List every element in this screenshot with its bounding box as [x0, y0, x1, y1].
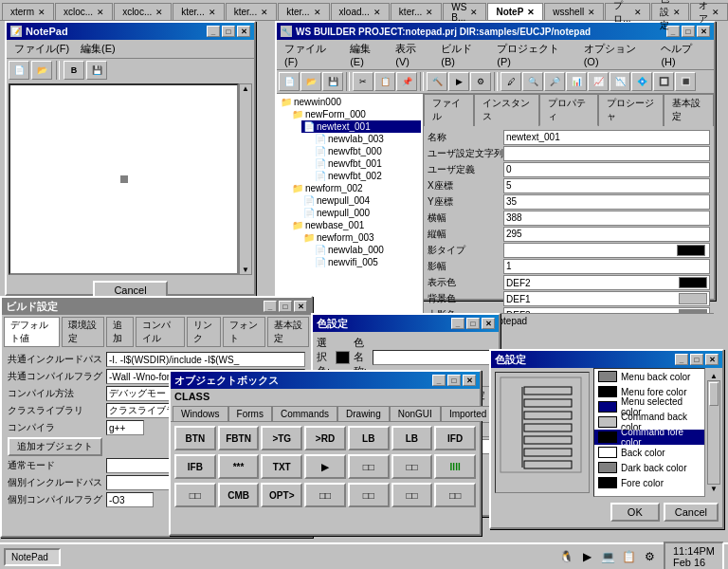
tab-windows[interactable]: Windows: [173, 406, 228, 421]
obj-btn-rd[interactable]: >RD: [304, 426, 346, 450]
tab-pro[interactable]: プロ... ✕: [605, 3, 650, 20]
minimize-button[interactable]: _: [432, 375, 446, 386]
close-icon[interactable]: ✕: [97, 8, 104, 17]
tab-default[interactable]: デフォルト値: [4, 317, 60, 347]
close-button[interactable]: ✕: [237, 26, 250, 37]
close-button[interactable]: ✕: [705, 354, 719, 365]
color-item-fore[interactable]: Fore color: [594, 475, 704, 490]
scroll-down-btn[interactable]: ▼: [707, 485, 720, 493]
obj-btn-ifb[interactable]: IFB: [174, 454, 216, 479]
prop-value-fg[interactable]: DEF2: [503, 275, 710, 290]
tab-color-set[interactable]: 色設定 ✕: [651, 3, 689, 20]
obj-btn-ifd[interactable]: IFD: [434, 426, 476, 450]
tab-font[interactable]: フォント: [223, 317, 264, 347]
maximize-button[interactable]: □: [279, 301, 292, 312]
tab-wsshell[interactable]: wsshell ✕: [544, 3, 604, 20]
tab-property[interactable]: プロパティ: [539, 94, 597, 126]
tool-18[interactable]: 🔳: [675, 72, 696, 91]
obj-btn-sq1[interactable]: □□: [348, 454, 390, 479]
obj-btn-btn[interactable]: BTN: [174, 426, 216, 450]
menu-project[interactable]: プロジェクト(P): [491, 41, 577, 68]
minimize-button[interactable]: _: [264, 301, 277, 312]
scroll-up-btn[interactable]: ▲: [240, 84, 251, 93]
color-item-cmd-fore[interactable]: Command fore color: [594, 430, 704, 445]
scroll-thumb[interactable]: [709, 382, 719, 406]
scroll-down-btn[interactable]: ▼: [240, 266, 251, 274]
obj-btn-fbtn[interactable]: FBTN: [218, 426, 260, 450]
cancel-button[interactable]: Cancel: [664, 503, 719, 522]
tree-item-newvfbt000[interactable]: 📄 newvfbt_000: [313, 145, 421, 157]
close-icon[interactable]: ✕: [314, 8, 321, 17]
taskbar-icon-play[interactable]: ▶: [578, 547, 597, 566]
color-item-dark-back[interactable]: Dark back color: [594, 460, 704, 475]
tool-save[interactable]: 💾: [86, 61, 107, 80]
minimize-button[interactable]: _: [207, 26, 220, 37]
close-button[interactable]: ✕: [463, 375, 476, 386]
color-list-scroll[interactable]: Menu back color Menu fore color Menu sel…: [593, 368, 705, 497]
ok-button[interactable]: OK: [610, 503, 660, 522]
tree-item-newtext001[interactable]: 📄 newtext_001: [301, 120, 421, 133]
tool-17[interactable]: 🔲: [653, 72, 674, 91]
menu-help[interactable]: ヘルプ(H): [655, 41, 712, 68]
close-icon[interactable]: ✕: [426, 8, 433, 17]
tool-3[interactable]: 💾: [322, 72, 343, 91]
obj-btn-cmb[interactable]: CMB: [218, 483, 260, 507]
menu-edit[interactable]: 編集(E): [344, 41, 390, 68]
prop-value-y[interactable]: 35: [503, 194, 710, 210]
tree-item-newwin000[interactable]: 📁 newwin000: [279, 96, 421, 108]
maximize-button[interactable]: □: [222, 26, 235, 37]
menu-file[interactable]: ファイル(F): [279, 41, 344, 68]
tab-kter3[interactable]: kter... ✕: [278, 3, 329, 20]
obj-btn-lb1[interactable]: LB: [348, 426, 390, 450]
close-icon[interactable]: ✕: [38, 8, 46, 17]
tab-kter1[interactable]: kter... ✕: [173, 3, 224, 20]
tree-item-newpull004[interactable]: 📄 newpull_004: [301, 194, 421, 207]
build-input-include[interactable]: [106, 352, 305, 367]
menu-view[interactable]: 表示(V): [390, 41, 435, 68]
tool-7[interactable]: 🔨: [427, 72, 447, 91]
prop-value-width[interactable]: 388: [503, 211, 710, 226]
tree-item-newvlab003[interactable]: 📄 newvlab_003: [313, 133, 421, 145]
tree-item-newpull000[interactable]: 📄 newpull_000: [301, 207, 421, 219]
close-icon[interactable]: ✕: [261, 8, 268, 17]
tab-file[interactable]: ファイル: [424, 94, 474, 126]
tool-b[interactable]: B: [64, 61, 84, 80]
prop-value-userstr[interactable]: [503, 146, 710, 161]
tool-12[interactable]: 🔎: [544, 72, 565, 91]
tab-env[interactable]: 環境設定: [62, 317, 103, 347]
notepad-text-area[interactable]: [9, 83, 239, 275]
obj-btn-star[interactable]: ***: [218, 454, 260, 479]
obj-btn-sq3[interactable]: □□: [174, 483, 216, 507]
tool-15[interactable]: 📉: [610, 72, 630, 91]
close-icon[interactable]: ✕: [712, 8, 719, 17]
tab-imported[interactable]: Imported: [441, 406, 495, 421]
close-button[interactable]: ✕: [697, 26, 710, 37]
prop-value-shadowwidth[interactable]: 1: [503, 259, 710, 274]
menu-options[interactable]: オプション(O): [578, 41, 656, 68]
tool-6[interactable]: 📌: [396, 72, 417, 91]
prop-value-shadowtype[interactable]: [503, 243, 710, 258]
tool-8[interactable]: ▶: [448, 72, 469, 91]
tree-item-newvfbt002[interactable]: 📄 newvfbt_002: [313, 170, 421, 182]
tree-item-newform003[interactable]: 📁 newform_003: [301, 231, 421, 244]
tool-new[interactable]: 📄: [9, 61, 29, 80]
obj-btn-sq7[interactable]: □□: [434, 483, 476, 507]
tab-xcloc1[interactable]: xcloc... ✕: [55, 3, 113, 20]
prop-value-x[interactable]: 5: [503, 178, 710, 193]
tab-nongui[interactable]: NonGUI: [390, 406, 441, 421]
prop-value-userdef[interactable]: 0: [503, 162, 710, 177]
tab-basic-set[interactable]: 基本設定: [267, 317, 309, 347]
tool-11[interactable]: 🔍: [522, 72, 543, 91]
obj-btn-sq5[interactable]: □□: [348, 483, 390, 507]
build-input-compiler[interactable]: [106, 420, 144, 435]
tab-wsb[interactable]: WS B... ✕: [443, 3, 486, 20]
menu-build[interactable]: ビルド(B): [435, 41, 491, 68]
obj-btn-play[interactable]: ▶: [304, 454, 346, 479]
tab-kter2[interactable]: kter... ✕: [226, 3, 277, 20]
tool-10[interactable]: 🖊: [500, 72, 521, 91]
prop-value-top-shadow[interactable]: DEF3: [503, 307, 710, 313]
tab-add[interactable]: 追加: [106, 317, 134, 347]
tool-open[interactable]: 📂: [31, 61, 52, 80]
build-input-ind-flag[interactable]: [106, 492, 154, 507]
maximize-button[interactable]: □: [682, 26, 695, 37]
